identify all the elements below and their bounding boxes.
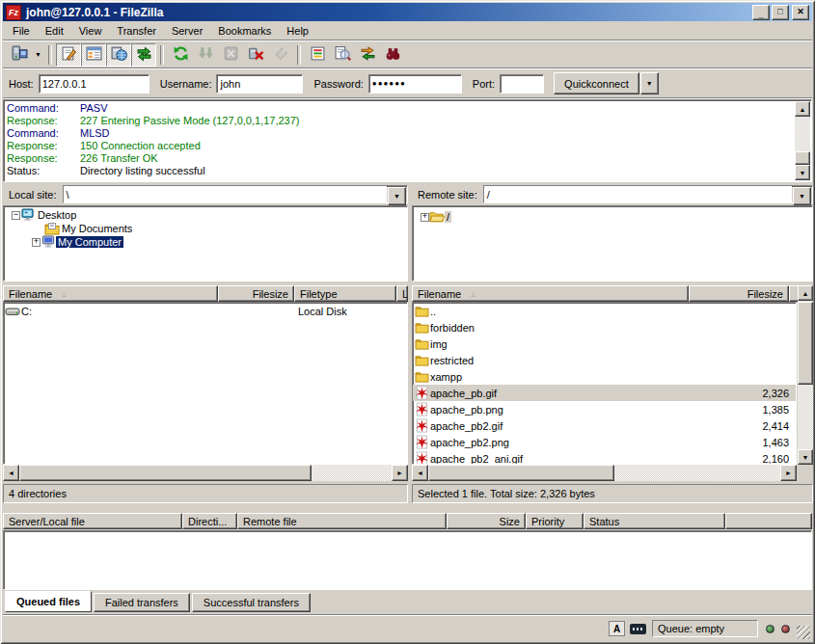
- column-header-filename[interactable]: Filename▵: [3, 285, 218, 302]
- tab-successful-transfers[interactable]: Successful transfers: [192, 593, 311, 612]
- password-input[interactable]: ●●●●●●: [368, 74, 462, 94]
- synchronized-browsing-button[interactable]: [355, 43, 380, 67]
- column-header-filesize[interactable]: Filesize: [218, 285, 294, 302]
- file-row[interactable]: apache_pb2.gif2,414: [413, 417, 796, 434]
- scroll-thumb[interactable]: [19, 465, 312, 481]
- collapse-icon[interactable]: −: [12, 211, 20, 220]
- log-scrollbar[interactable]: ▲ ▼: [795, 101, 810, 180]
- local-site-value[interactable]: \: [64, 186, 387, 202]
- host-input[interactable]: 127.0.0.1: [39, 74, 149, 94]
- menu-file[interactable]: File: [5, 23, 38, 39]
- cancel-operation-button[interactable]: [218, 43, 243, 67]
- log-line: Command:MLSD: [4, 127, 811, 140]
- username-input[interactable]: john: [216, 74, 303, 94]
- site-manager-dropdown[interactable]: ▼: [32, 44, 44, 66]
- transfer-queue-icon: [136, 45, 152, 64]
- file-row[interactable]: C: Local Disk: [4, 303, 407, 319]
- toggle-message-log-button[interactable]: [56, 43, 81, 67]
- menu-bookmarks[interactable]: Bookmarks: [210, 23, 279, 39]
- quickconnect-dropdown[interactable]: ▼: [640, 72, 659, 94]
- scroll-thumb[interactable]: [798, 302, 813, 385]
- scroll-left-button[interactable]: ◄: [3, 465, 19, 481]
- menu-transfer[interactable]: Transfer: [109, 23, 164, 39]
- filter-button[interactable]: [305, 43, 330, 67]
- expand-icon[interactable]: +: [32, 238, 41, 247]
- tree-item-root[interactable]: + /: [413, 210, 812, 224]
- column-header-filesize[interactable]: Filesize: [689, 285, 789, 302]
- tree-item-my-documents[interactable]: My Documents: [4, 222, 407, 235]
- menu-edit[interactable]: Edit: [38, 23, 71, 39]
- toggle-queue-button[interactable]: [131, 43, 156, 67]
- file-row[interactable]: restricted: [413, 352, 796, 368]
- column-header-direction[interactable]: Directi...: [182, 513, 237, 529]
- scroll-thumb[interactable]: [428, 465, 614, 481]
- site-manager-button[interactable]: [7, 43, 32, 67]
- scroll-thumb[interactable]: [795, 151, 810, 165]
- tab-queued-files[interactable]: Queued files: [5, 591, 92, 612]
- minimize-button[interactable]: _: [752, 5, 770, 20]
- menu-server[interactable]: Server: [164, 23, 210, 39]
- menu-view[interactable]: View: [71, 23, 110, 39]
- remote-site-value[interactable]: /: [484, 186, 792, 202]
- message-log[interactable]: Command:PASV Response:227 Entering Passi…: [3, 99, 812, 182]
- local-file-list[interactable]: C: Local Disk: [3, 302, 408, 465]
- toggle-local-tree-button[interactable]: [81, 43, 106, 67]
- remote-file-list[interactable]: .. forbidden img restricted xampp apache…: [412, 302, 797, 465]
- column-header-remote-file[interactable]: Remote file: [237, 513, 447, 529]
- column-header-priority[interactable]: Priority: [526, 513, 584, 529]
- remote-list-header: Filename▵ Filesize: [412, 285, 797, 302]
- directory-comparison-button[interactable]: [330, 43, 355, 67]
- local-site-combobox[interactable]: \ ▼: [63, 185, 408, 203]
- column-header-server-local-file[interactable]: Server/Local file: [3, 513, 182, 529]
- tab-failed-transfers[interactable]: Failed transfers: [94, 593, 190, 612]
- tree-item-my-computer[interactable]: + My Computer: [4, 235, 407, 249]
- menu-help[interactable]: Help: [279, 23, 316, 39]
- column-header-lastmodified[interactable]: L: [396, 285, 408, 302]
- disconnect-button[interactable]: [243, 43, 268, 67]
- file-row[interactable]: apache_pb2_ani.gif2,160: [413, 450, 796, 465]
- scroll-down-button[interactable]: ▼: [798, 449, 813, 465]
- arrow-right-icon: ►: [785, 470, 792, 476]
- column-header-filetype[interactable]: Filetype: [294, 285, 396, 302]
- file-row[interactable]: xampp: [413, 368, 796, 385]
- compare-icon: [335, 45, 351, 64]
- remote-horizontal-scrollbar[interactable]: ◄ ►: [412, 465, 797, 481]
- column-header-filename[interactable]: Filename▵: [412, 285, 689, 302]
- scroll-down-button[interactable]: ▼: [795, 165, 810, 180]
- toggle-remote-tree-button[interactable]: [106, 43, 131, 67]
- maximize-button[interactable]: □: [772, 5, 789, 20]
- scroll-right-button[interactable]: ►: [780, 465, 797, 481]
- remote-site-dropdown[interactable]: ▼: [793, 187, 811, 205]
- resize-grip[interactable]: [797, 626, 810, 639]
- file-row-selected[interactable]: apache_pb.gif2,326: [413, 385, 796, 401]
- remote-tree[interactable]: + /: [412, 205, 813, 282]
- scroll-up-button[interactable]: ▲: [795, 101, 810, 117]
- tree-item-desktop[interactable]: − Desktop: [4, 208, 407, 222]
- scroll-right-button[interactable]: ►: [392, 465, 408, 481]
- abort-button[interactable]: [268, 43, 293, 67]
- scroll-up-button[interactable]: ▲: [798, 285, 813, 301]
- expand-icon[interactable]: +: [421, 213, 429, 222]
- refresh-button[interactable]: [168, 43, 193, 67]
- remote-vertical-scrollbar[interactable]: ▲ ▼: [798, 285, 813, 465]
- queue-list[interactable]: [3, 530, 812, 590]
- close-button[interactable]: ✕: [792, 5, 809, 20]
- remote-site-combobox[interactable]: / ▼: [483, 185, 813, 203]
- column-header-size[interactable]: Size: [447, 513, 526, 529]
- file-row[interactable]: img: [413, 335, 796, 352]
- process-queue-button[interactable]: [193, 43, 218, 67]
- scroll-left-button[interactable]: ◄: [412, 465, 428, 481]
- file-row[interactable]: apache_pb2.png1,463: [413, 434, 796, 450]
- title-bar[interactable]: Fz john@127.0.0.1 - FileZilla _ □ ✕: [3, 3, 812, 21]
- quickconnect-button[interactable]: Quickconnect: [554, 72, 639, 94]
- file-row[interactable]: ..: [413, 303, 796, 319]
- local-horizontal-scrollbar[interactable]: ◄ ►: [3, 465, 408, 481]
- local-tree[interactable]: − Desktop My Documents + My Computer: [3, 205, 408, 282]
- find-files-button[interactable]: [380, 43, 405, 67]
- file-row[interactable]: apache_pb.png1,385: [413, 401, 796, 417]
- column-header-status[interactable]: Status: [584, 513, 725, 529]
- port-input[interactable]: [500, 74, 544, 94]
- log-line: Command:PASV: [4, 102, 811, 115]
- file-row[interactable]: forbidden: [413, 319, 796, 335]
- local-site-dropdown[interactable]: ▼: [388, 187, 406, 205]
